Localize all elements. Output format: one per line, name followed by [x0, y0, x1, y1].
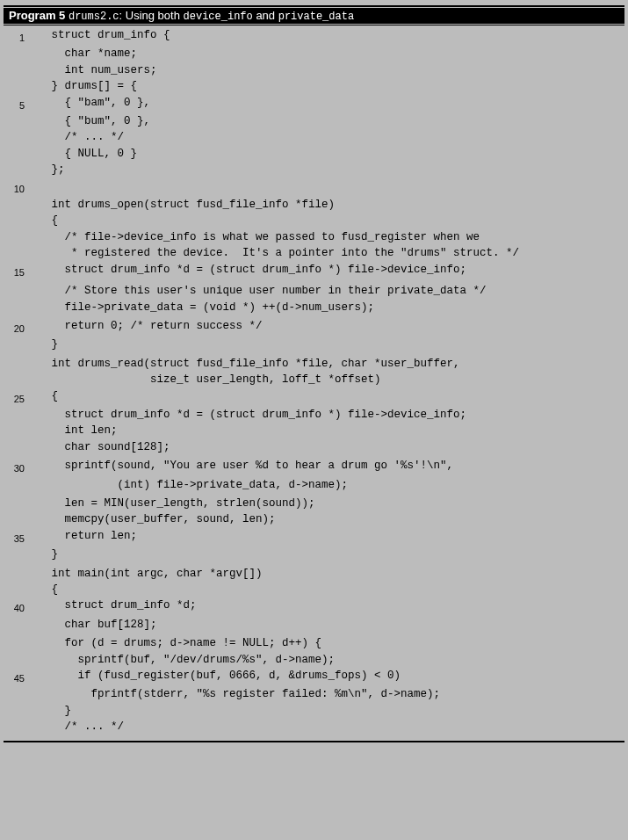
code-line: int num_users;	[4, 62, 624, 78]
line-number: 35	[4, 528, 25, 547]
code-text: {	[25, 582, 624, 597]
code-line: fprintf(stderr, "%s register failed: %m\…	[4, 686, 624, 702]
code-line: char *name;	[4, 46, 624, 62]
code-line: (int) file->private_data, d->name);	[4, 477, 624, 493]
code-text: int len;	[25, 423, 624, 438]
program-label: Program 5	[9, 9, 65, 22]
line-number	[4, 213, 25, 228]
line-number	[4, 146, 25, 162]
code-text: }	[25, 337, 624, 352]
line-number: 30	[4, 458, 25, 476]
line-number	[4, 78, 25, 94]
code-line: int len;	[4, 423, 624, 438]
code-text: (int) file->private_data, d->name);	[25, 477, 624, 493]
code-text: len = MIN(user_length, strlen(sound));	[25, 496, 624, 511]
header-desc-mid: and	[253, 9, 278, 22]
code-line: } drums[] = {	[4, 78, 624, 94]
header-top-rule	[4, 5, 624, 7]
line-number	[4, 197, 25, 213]
line-number	[4, 617, 25, 633]
code-line: }	[4, 547, 624, 562]
code-line: char sound[128];	[4, 439, 624, 455]
code-text: int num_users;	[25, 62, 624, 78]
code-line: }	[4, 703, 624, 719]
program-header: Program 5 drums2.c: Using both device_in…	[4, 8, 624, 24]
code-text: return 0; /* return success */	[25, 318, 624, 337]
line-number: 40	[4, 597, 25, 616]
code-line: 20 return 0; /* return success */	[4, 318, 624, 337]
code-line: 30 sprintf(sound, "You are user %d to he…	[4, 458, 624, 476]
line-number	[4, 439, 25, 455]
line-number: 25	[4, 388, 25, 407]
code-line: 1 struct drum_info {	[4, 27, 624, 46]
code-line: { "bum", 0 },	[4, 113, 624, 129]
line-number	[4, 229, 25, 245]
header-term1: device_info	[184, 11, 253, 23]
code-text: memcpy(user_buffer, sound, len);	[25, 511, 624, 527]
code-line: {	[4, 582, 624, 597]
code-line: /* file->device_info is what we passed t…	[4, 229, 624, 245]
line-number	[4, 547, 25, 562]
code-line: 45 if (fusd_register(buf, 0666, d, &drum…	[4, 668, 624, 686]
code-line: /* ... */	[4, 719, 624, 735]
code-text: sprintf(buf, "/dev/drums/%s", d->name);	[25, 652, 624, 668]
code-line: 5 { "bam", 0 },	[4, 95, 624, 113]
code-line: char buf[128];	[4, 617, 624, 633]
code-line: struct drum_info *d = (struct drum_info …	[4, 407, 624, 423]
code-line: };	[4, 162, 624, 177]
code-line: { NULL, 0 }	[4, 146, 624, 162]
code-line: len = MIN(user_length, strlen(sound));	[4, 496, 624, 511]
code-text: }	[25, 703, 624, 719]
code-line: for (d = drums; d->name != NULL; d++) {	[4, 635, 624, 651]
line-number	[4, 477, 25, 493]
line-number: 5	[4, 95, 25, 113]
line-number	[4, 62, 25, 78]
footer-rule	[4, 741, 624, 742]
code-line: }	[4, 337, 624, 352]
code-text: sprintf(sound, "You are user %d to hear …	[25, 458, 624, 476]
line-number	[4, 113, 25, 129]
line-number	[4, 356, 25, 372]
header-desc-prefix: : Using both	[119, 9, 184, 22]
code-text: int main(int argc, char *argv[])	[25, 566, 624, 582]
code-text: int drums_open(struct fusd_file_info *fi…	[25, 197, 624, 213]
code-text: file->private_data = (void *) ++(d->num_…	[25, 300, 624, 315]
code-line: int main(int argc, char *argv[])	[4, 566, 624, 582]
line-number	[4, 652, 25, 668]
code-line: /* Store this user's unique user number …	[4, 283, 624, 299]
line-number	[4, 582, 25, 597]
code-text: * registered the device. It's a pointer …	[25, 245, 624, 261]
line-number: 1	[4, 27, 25, 46]
line-number	[4, 635, 25, 651]
code-text: /* file->device_info is what we passed t…	[25, 229, 624, 245]
code-line: 15 struct drum_info *d = (struct drum_in…	[4, 262, 624, 280]
code-text: /* Store this user's unique user number …	[25, 283, 624, 299]
code-line: * registered the device. It's a pointer …	[4, 245, 624, 261]
line-number	[4, 686, 25, 702]
code-text: { "bam", 0 },	[25, 95, 624, 113]
code-text: struct drum_info *d = (struct drum_info …	[25, 407, 624, 423]
line-number	[4, 300, 25, 315]
line-number	[4, 407, 25, 423]
line-number	[4, 245, 25, 261]
header-term2: private_data	[278, 11, 354, 23]
code-line: int drums_read(struct fusd_file_info *fi…	[4, 356, 624, 372]
code-text: } drums[] = {	[25, 78, 624, 94]
code-line: memcpy(user_buffer, sound, len);	[4, 511, 624, 527]
line-number	[4, 511, 25, 527]
line-number	[4, 162, 25, 177]
program-filename: drums2.c	[69, 11, 119, 23]
code-line: 10	[4, 178, 624, 197]
code-line: 40 struct drum_info *d;	[4, 597, 624, 616]
code-text: char sound[128];	[25, 439, 624, 455]
code-text: if (fusd_register(buf, 0666, d, &drums_f…	[25, 668, 624, 686]
line-number	[4, 496, 25, 511]
line-number: 45	[4, 668, 25, 686]
code-text: {	[25, 388, 624, 407]
code-text: size_t user_length, loff_t *offset)	[25, 372, 624, 387]
line-number	[4, 372, 25, 387]
code-line: 35 return len;	[4, 528, 624, 547]
code-text: struct drum_info {	[25, 27, 624, 46]
code-line: file->private_data = (void *) ++(d->num_…	[4, 300, 624, 315]
code-text: /* ... */	[25, 129, 624, 145]
